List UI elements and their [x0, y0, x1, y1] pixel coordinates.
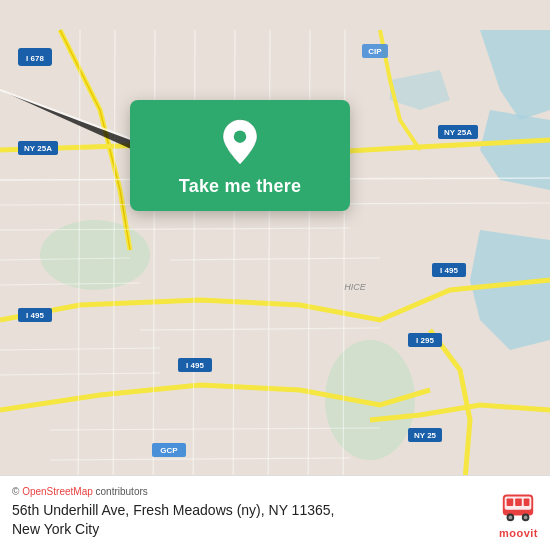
bottom-left-info: © OpenStreetMap contributors 56th Underh… — [12, 486, 334, 540]
address-text: 56th Underhill Ave, Fresh Meadows (ny), … — [12, 501, 334, 540]
svg-text:HICE: HICE — [344, 282, 366, 292]
svg-rect-50 — [516, 498, 523, 506]
svg-text:NY 25A: NY 25A — [24, 144, 52, 153]
address-line1: 56th Underhill Ave, Fresh Meadows (ny), … — [12, 502, 334, 518]
svg-text:NY 25A: NY 25A — [444, 128, 472, 137]
svg-rect-51 — [524, 498, 530, 506]
svg-point-55 — [524, 515, 528, 519]
svg-point-1 — [40, 220, 150, 290]
osm-suffix: contributors — [93, 486, 148, 497]
svg-rect-49 — [507, 498, 514, 506]
osm-attribution: © OpenStreetMap contributors — [12, 486, 334, 497]
moovit-label: moovit — [499, 527, 538, 539]
svg-point-46 — [234, 130, 246, 142]
moovit-icon — [499, 487, 537, 525]
svg-text:I 495: I 495 — [440, 266, 458, 275]
take-me-there-button[interactable]: Take me there — [179, 176, 301, 197]
bottom-bar: © OpenStreetMap contributors 56th Underh… — [0, 475, 550, 550]
svg-text:GCP: GCP — [160, 446, 178, 455]
osm-prefix: © — [12, 486, 22, 497]
svg-text:CIP: CIP — [368, 47, 382, 56]
svg-text:I 678: I 678 — [26, 54, 44, 63]
svg-text:NY 25: NY 25 — [414, 431, 437, 440]
svg-point-53 — [509, 515, 513, 519]
map-background: I 678 CIP NY 25A NY 25A NY 25A I 495 I 4… — [0, 0, 550, 550]
svg-text:I 495: I 495 — [186, 361, 204, 370]
map-pin-icon — [216, 118, 264, 166]
osm-link[interactable]: OpenStreetMap — [22, 486, 93, 497]
map-container: I 678 CIP NY 25A NY 25A NY 25A I 495 I 4… — [0, 0, 550, 550]
address-line2: New York City — [12, 521, 99, 537]
svg-text:I 495: I 495 — [26, 311, 44, 320]
svg-text:I 295: I 295 — [416, 336, 434, 345]
moovit-logo: moovit — [499, 487, 538, 539]
location-card: Take me there — [130, 100, 350, 211]
